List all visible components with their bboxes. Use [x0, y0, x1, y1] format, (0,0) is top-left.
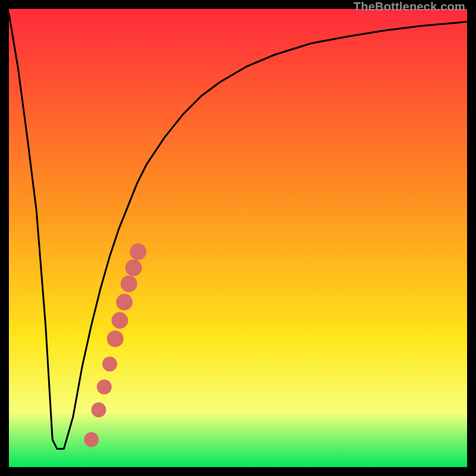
marker-point	[84, 432, 99, 447]
chart-frame	[9, 9, 467, 467]
gradient-background	[9, 9, 467, 467]
marker-point	[116, 294, 133, 311]
marker-point	[107, 330, 124, 347]
marker-point	[130, 243, 146, 260]
marker-point	[91, 402, 106, 417]
marker-point	[111, 312, 128, 329]
bottleneck-chart	[9, 9, 467, 467]
marker-point	[102, 356, 117, 371]
marker-point	[121, 275, 137, 292]
marker-point	[125, 259, 142, 276]
watermark: TheBottleneck.com	[353, 0, 465, 14]
marker-point	[97, 380, 112, 394]
